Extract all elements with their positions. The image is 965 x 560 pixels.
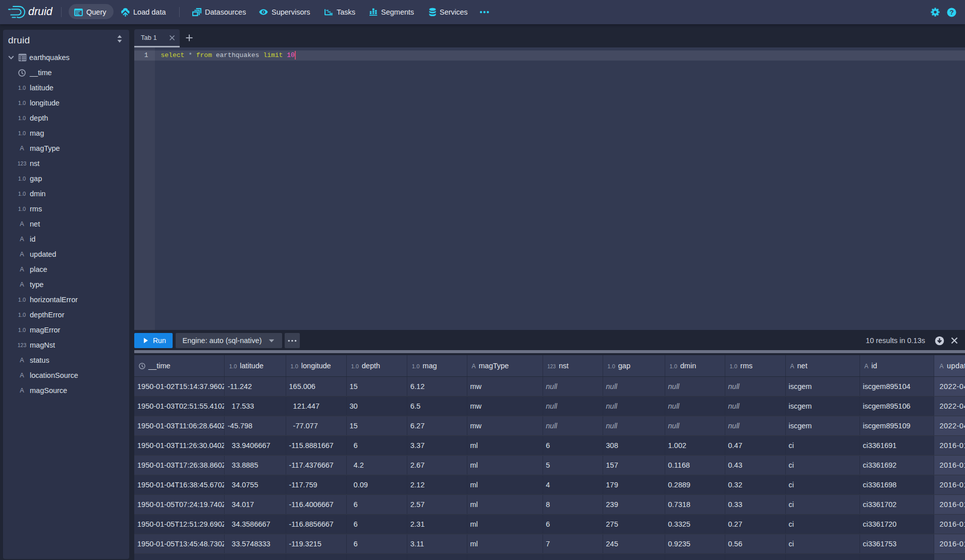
svg-text:?: ? bbox=[949, 9, 953, 16]
